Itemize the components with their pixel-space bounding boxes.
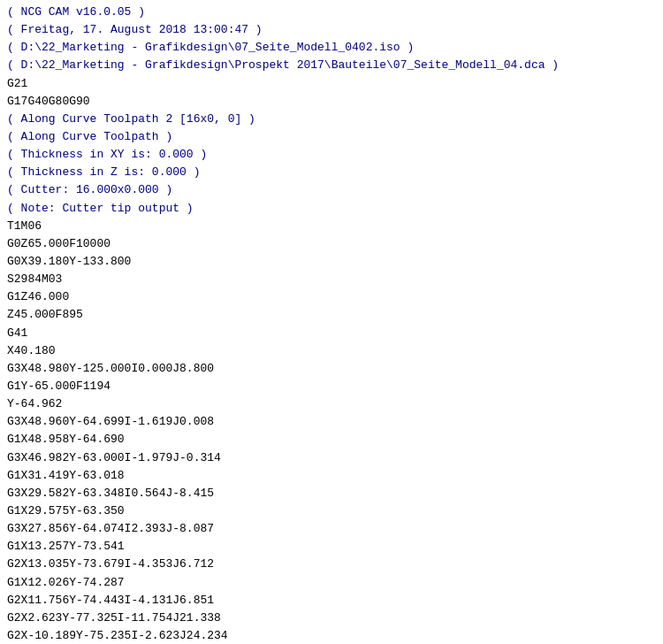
code-line: ( Note: Cutter tip output ) [7,200,656,218]
code-line: ( Along Curve Toolpath ) [7,128,656,146]
code-line: T1M06 [7,218,656,235]
code-line: G3X46.982Y-63.000I-1.979J-0.314 [7,449,656,467]
code-line: G1X29.575Y-63.350 [7,502,656,520]
code-line: ( Freitag, 17. August 2018 13:00:47 ) [7,21,656,39]
code-line: ( Along Curve Toolpath 2 [16x0, 0] ) [7,111,656,128]
code-line: G41 [7,325,656,342]
code-line: G1Y-65.000F1194 [7,378,656,395]
code-line: Z45.000F895 [7,306,656,324]
code-line: ( D:\22_Marketing - Grafikdesign\07_Seit… [7,39,656,57]
code-line: G1X48.958Y-64.690 [7,431,656,448]
code-line: G1X31.419Y-63.018 [7,467,656,485]
code-line: ( NCG CAM v16.0.05 ) [7,4,656,21]
code-line: G2X2.623Y-77.325I-11.754J21.338 [7,610,656,627]
code-line: G3X48.980Y-125.000I0.000J8.800 [7,360,656,378]
code-line: G1X12.026Y-74.287 [7,574,656,592]
code-line: G2X11.756Y-74.443I-4.131J6.851 [7,592,656,610]
code-line: ( D:\22_Marketing - Grafikdesign\Prospek… [7,57,656,74]
code-line: ( Thickness in Z is: 0.000 ) [7,164,656,181]
code-line: G2X-10.189Y-75.235I-2.623J24.234 [7,627,656,644]
code-line: ( Cutter: 16.000x0.000 ) [7,181,656,199]
code-line: G1Z46.000 [7,288,656,306]
code-line: G2X13.035Y-73.679I-4.353J6.712 [7,556,656,573]
code-line: G21 [7,75,656,93]
code-line: G1X13.257Y-73.541 [7,538,656,556]
code-line: ( Thickness in XY is: 0.000 ) [7,146,656,164]
code-line: G3X27.856Y-64.074I2.393J-8.087 [7,520,656,538]
code-line: G0X39.180Y-133.800 [7,253,656,271]
code-line: G3X29.582Y-63.348I0.564J-8.415 [7,485,656,502]
code-line: G3X48.960Y-64.699I-1.619J0.008 [7,413,656,431]
code-line: G17G40G80G90 [7,93,656,111]
code-line: S2984M03 [7,271,656,288]
code-viewer: ( NCG CAM v16.0.05 )( Freitag, 17. Augus… [0,0,663,644]
code-line: Y-64.962 [7,395,656,413]
code-line: G0Z65.000F10000 [7,235,656,253]
code-line: X40.180 [7,342,656,360]
